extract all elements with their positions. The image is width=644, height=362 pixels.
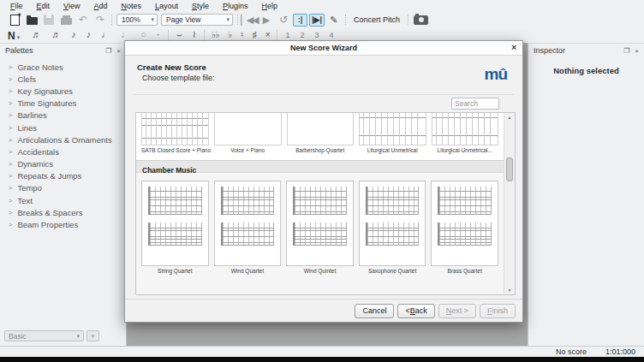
natural-icon[interactable]: ♮ — [241, 31, 244, 39]
palette-item-key-signatures[interactable]: >Key Signatures — [0, 85, 126, 97]
finish-button[interactable]: Finish — [480, 304, 516, 318]
template-barbershop-quartet[interactable]: Barbershop Quartet — [287, 113, 355, 153]
palette-item-clefs[interactable]: >Clefs — [0, 73, 126, 85]
menu-view[interactable]: View — [57, 2, 86, 10]
note-input-button[interactable]: N▾ — [8, 27, 27, 43]
chevron-right-icon: > — [9, 160, 12, 168]
flat-icon[interactable]: ♭ — [228, 31, 232, 39]
template-wind-quartet[interactable]: Wind Quartet — [214, 181, 282, 274]
note1-icon[interactable]: ○ — [140, 30, 146, 39]
close-panel-icon[interactable]: × — [635, 47, 639, 55]
scrollbar-thumb[interactable] — [506, 157, 513, 181]
workspace-row: Basic ▾ + — [4, 330, 99, 341]
dialog-titlebar[interactable]: New Score Wizard × — [125, 41, 522, 56]
palette-item-accidentals[interactable]: >Accidentals — [0, 145, 126, 157]
template-scrollbar[interactable]: ▲ ▼ — [504, 113, 515, 294]
voice-2-button[interactable]: 2 — [300, 31, 304, 39]
palette-item-tempo[interactable]: >Tempo — [0, 182, 126, 194]
rewind-button[interactable]: ▏◀◀ — [241, 13, 258, 27]
search-input[interactable] — [451, 98, 499, 110]
menu-notes[interactable]: Notes — [114, 2, 148, 10]
template-wind-quintet[interactable]: Wind Quintet — [286, 181, 354, 274]
screenshot-button[interactable] — [411, 13, 430, 27]
add-workspace-button[interactable]: + — [86, 330, 99, 341]
menu-plugins[interactable]: Plugins — [216, 2, 255, 10]
template-saxophone-quartet[interactable]: Saxophone Quartet — [359, 181, 426, 274]
palette-item-time-signatures[interactable]: >Time Signatures — [0, 98, 126, 110]
note4-icon[interactable]: ♩ — [101, 30, 110, 39]
menu-style[interactable]: Style — [185, 2, 216, 10]
palette-item-beam-properties[interactable]: >Beam Properties — [0, 218, 126, 230]
cancel-button[interactable]: Cancel — [355, 304, 394, 318]
voice-1-button[interactable]: 1 — [285, 31, 289, 39]
view-mode-select[interactable]: Page View ▾ — [161, 14, 233, 26]
menubar: FileEditViewAddNotesLayoutStylePluginsHe… — [0, 0, 644, 12]
repeat-toggle-button[interactable]: :| — [293, 14, 307, 27]
zoom-select[interactable]: 100% ▾ — [116, 14, 158, 26]
tie-icon[interactable]: ⌣ — [176, 30, 182, 39]
score-preview-system — [366, 187, 420, 215]
menu-layout[interactable]: Layout — [148, 2, 185, 10]
menu-help[interactable]: Help — [255, 2, 285, 10]
template-brass-quartet[interactable]: Brass Quartet — [431, 181, 498, 274]
dot-icon[interactable]: · — [157, 30, 160, 39]
double-flat-icon[interactable]: ♭♭ — [212, 31, 219, 39]
play-icon: ▶ — [263, 15, 270, 25]
template-string-quartet[interactable]: String Quartet — [141, 181, 209, 274]
new-score-button[interactable] — [6, 13, 23, 27]
workspace-select[interactable]: Basic ▾ — [4, 330, 84, 341]
score-preview-system — [148, 187, 202, 215]
palette-item-repeats-jumps[interactable]: >Repeats & Jumps — [0, 170, 126, 182]
edit-tempo-button[interactable]: ✎ — [325, 13, 343, 27]
template-liturgical-unmetrical[interactable]: Liturgical Unmetrical... — [432, 113, 499, 153]
palettes-header: Palettes ❐ × — [0, 44, 126, 57]
menu-file[interactable]: File — [3, 2, 30, 10]
loop-playback-button[interactable]: ↺ — [275, 13, 292, 27]
note-input-icon: N — [8, 30, 15, 42]
palette-item-text[interactable]: >Text — [0, 194, 126, 206]
template-satb-closed-score-piano[interactable]: SATB Closed Score + Piano — [141, 113, 209, 153]
palette-item-dynamics[interactable]: >Dynamics — [0, 158, 126, 170]
scroll-down-icon[interactable]: ▼ — [504, 288, 515, 293]
redo-button[interactable]: ↷ — [92, 13, 109, 27]
palette-item-grace-notes[interactable]: >Grace Notes — [0, 61, 126, 73]
score-preview-system — [438, 223, 492, 246]
toolbar-separator — [168, 30, 169, 40]
next-button[interactable]: Next > — [438, 304, 476, 318]
note64-icon[interactable]: ♬ — [32, 30, 41, 39]
pan-playback-button[interactable]: |▶| — [309, 14, 325, 27]
palette-item-breaks-spacers[interactable]: >Breaks & Spacers — [0, 206, 126, 218]
note2-icon[interactable]: ♩ — [121, 30, 130, 39]
save-button[interactable] — [40, 13, 57, 27]
palette-item-articulations-ornaments[interactable]: >Articulations & Ornaments — [0, 134, 126, 145]
score-preview-system — [148, 223, 202, 246]
rest-icon[interactable]: ≀ — [193, 30, 196, 39]
palette-item-lines[interactable]: >Lines — [0, 122, 126, 134]
chevron-right-icon: > — [9, 63, 12, 71]
float-panel-icon[interactable]: ❐ — [105, 47, 111, 55]
template-liturgical-unmetrical[interactable]: Liturgical Unmetrical — [359, 113, 426, 153]
open-button[interactable] — [23, 13, 40, 27]
voice-4-button[interactable]: 4 — [330, 31, 334, 39]
voice-3-button[interactable]: 3 — [315, 31, 319, 39]
sharp-icon[interactable]: ♯ — [253, 31, 257, 39]
undo-button[interactable]: ↶ — [75, 13, 92, 27]
print-button[interactable] — [57, 13, 75, 27]
screen-edge — [0, 357, 644, 362]
palette-item-barlines[interactable]: >Barlines — [0, 110, 126, 122]
template-voice-piano[interactable]: Voice + Piano — [214, 113, 282, 153]
note16-icon[interactable]: ♪ — [71, 30, 76, 39]
double-sharp-icon[interactable]: × — [265, 31, 271, 39]
scroll-up-icon[interactable]: ▲ — [504, 115, 515, 120]
note8-icon[interactable]: ♪ — [86, 30, 92, 39]
menu-edit[interactable]: Edit — [30, 2, 57, 10]
back-button[interactable]: < Back — [397, 304, 434, 318]
close-panel-icon[interactable]: × — [116, 47, 121, 55]
concert-pitch-toggle[interactable]: Concert Pitch — [354, 15, 400, 24]
chevron-right-icon: > — [9, 221, 12, 228]
note32-icon[interactable]: ♬ — [51, 30, 61, 39]
play-button[interactable]: ▶ — [258, 13, 275, 27]
close-icon[interactable]: × — [511, 43, 516, 52]
float-panel-icon[interactable]: ❐ — [623, 47, 629, 55]
menu-add[interactable]: Add — [86, 2, 114, 10]
